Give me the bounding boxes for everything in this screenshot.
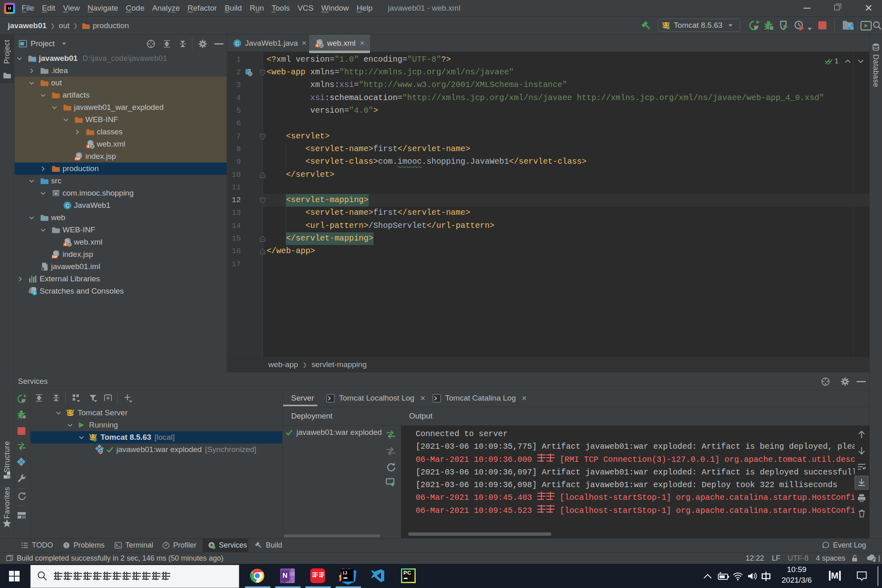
svg-text:C: C [65, 203, 69, 209]
svg-text:JSP: JSP [52, 255, 58, 258]
svg-text:JSP: JSP [75, 157, 80, 160]
svg-text:C: C [235, 40, 239, 46]
